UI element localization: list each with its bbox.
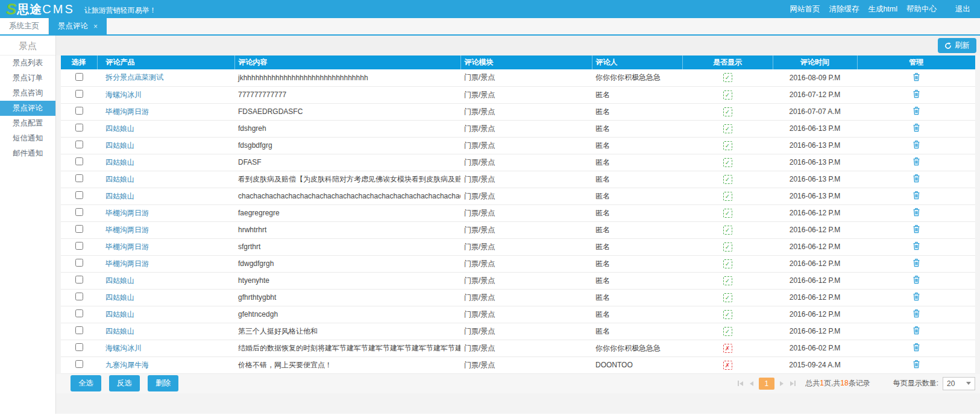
delete-icon[interactable] [912, 275, 920, 286]
tab-scenic-comments[interactable]: 景点评论 × [49, 18, 107, 34]
last-page-icon[interactable] [789, 379, 797, 387]
delete-icon[interactable] [912, 140, 920, 151]
delete-icon[interactable] [912, 89, 920, 100]
row-checkbox[interactable] [75, 90, 83, 98]
visibility-toggle-icon[interactable]: ✗ [723, 361, 732, 370]
visibility-toggle-icon[interactable]: ✓ [723, 107, 732, 116]
row-checkbox[interactable] [75, 174, 83, 182]
visibility-toggle-icon[interactable]: ✓ [723, 310, 732, 319]
delete-icon[interactable] [912, 360, 920, 370]
next-page-icon[interactable] [779, 380, 785, 387]
visibility-toggle-icon[interactable]: ✓ [723, 293, 732, 302]
row-checkbox[interactable] [75, 208, 83, 216]
row-checkbox[interactable] [75, 157, 83, 165]
select-all-button[interactable]: 全选 [71, 375, 101, 391]
delete-icon[interactable] [912, 174, 920, 185]
visibility-toggle-icon[interactable]: ✓ [723, 141, 732, 150]
product-cell: 毕棚沟两日游 [97, 238, 234, 255]
product-link[interactable]: 九寨沟犀牛海 [105, 361, 149, 369]
row-checkbox[interactable] [75, 343, 83, 351]
product-link[interactable]: 毕棚沟两日游 [105, 209, 149, 217]
product-link[interactable]: 海螺沟冰川 [105, 344, 142, 352]
product-link[interactable]: 毕棚沟两日游 [105, 242, 149, 251]
sidebar-item[interactable]: 景点评论 [0, 101, 55, 116]
row-checkbox[interactable] [75, 326, 83, 334]
row-checkbox[interactable] [75, 293, 83, 300]
row-checkbox[interactable] [75, 259, 83, 267]
product-link[interactable]: 四姑娘山 [105, 293, 134, 302]
row-checkbox[interactable] [75, 124, 83, 131]
invert-selection-button[interactable]: 反选 [109, 375, 140, 391]
delete-icon[interactable] [912, 72, 920, 83]
product-link[interactable]: 四姑娘山 [105, 310, 134, 318]
product-link[interactable]: 四姑娘山 [105, 158, 134, 166]
sidebar-item[interactable]: 景点列表 [0, 55, 55, 71]
row-checkbox[interactable] [75, 107, 83, 115]
top-nav-link[interactable]: 帮助中心 [906, 4, 937, 14]
product-link[interactable]: 四姑娘山 [105, 327, 134, 335]
product-link[interactable]: 四姑娘山 [105, 124, 134, 133]
product-link[interactable]: 四姑娘山 [105, 276, 134, 285]
delete-icon[interactable] [912, 224, 920, 235]
sidebar-item[interactable]: 景点咨询 [0, 86, 55, 101]
commenter-cell: 你你你你积极急急急 [592, 340, 682, 356]
first-page-icon[interactable] [737, 379, 744, 387]
row-checkbox[interactable] [75, 225, 83, 233]
row-checkbox[interactable] [75, 191, 83, 199]
visibility-toggle-icon[interactable]: ✗ [723, 344, 732, 353]
delete-button[interactable]: 删除 [148, 375, 178, 391]
delete-icon[interactable] [912, 157, 920, 168]
delete-icon[interactable] [912, 106, 920, 117]
delete-icon[interactable] [912, 123, 920, 134]
previous-page-icon[interactable] [749, 380, 755, 387]
product-link[interactable]: 四姑娘山 [105, 175, 134, 183]
top-nav-link[interactable]: 网站首页 [790, 4, 820, 14]
visibility-toggle-icon[interactable]: ✓ [723, 158, 732, 167]
visibility-toggle-icon[interactable]: ✓ [723, 175, 732, 184]
top-nav-link[interactable]: 退出 [955, 4, 970, 14]
visibility-toggle-icon[interactable]: ✓ [723, 276, 732, 285]
visibility-toggle-icon[interactable]: ✓ [723, 259, 732, 268]
visibility-toggle-icon[interactable]: ✓ [723, 327, 732, 336]
row-checkbox[interactable] [75, 276, 83, 284]
visibility-toggle-icon[interactable]: ✓ [723, 192, 732, 201]
delete-icon[interactable] [912, 326, 920, 337]
delete-icon[interactable] [912, 241, 920, 252]
top-nav-link[interactable]: 生成html [868, 4, 897, 14]
product-link[interactable]: 毕棚沟两日游 [105, 226, 149, 234]
visibility-toggle-icon[interactable]: ✓ [723, 90, 732, 100]
delete-icon[interactable] [912, 292, 920, 303]
visibility-toggle-icon[interactable]: ✓ [723, 73, 732, 82]
visibility-toggle-icon[interactable]: ✓ [723, 124, 732, 133]
sidebar-item[interactable]: 短信通知 [0, 131, 55, 146]
row-checkbox[interactable] [75, 242, 83, 250]
product-link[interactable]: 拆分景点蔬菜测试 [105, 73, 163, 81]
sidebar-item[interactable]: 邮件通知 [0, 146, 55, 161]
visibility-toggle-icon[interactable]: ✓ [723, 209, 732, 218]
tab-system-home[interactable]: 系统主页 [0, 18, 49, 34]
row-checkbox[interactable] [75, 141, 83, 148]
tab-close-icon[interactable]: × [93, 22, 98, 31]
row-checkbox[interactable] [75, 73, 83, 81]
delete-icon[interactable] [912, 258, 920, 269]
product-link[interactable]: 毕棚沟两日游 [105, 107, 149, 116]
product-link[interactable]: 四姑娘山 [105, 192, 134, 200]
delete-icon[interactable] [912, 343, 920, 353]
delete-icon[interactable] [912, 309, 920, 320]
row-checkbox[interactable] [75, 309, 83, 317]
refresh-button[interactable]: 刷新 [938, 38, 976, 53]
product-link[interactable]: 毕棚沟两日游 [105, 259, 149, 268]
visibility-toggle-icon[interactable]: ✓ [723, 242, 732, 252]
sidebar-item[interactable]: 景点订单 [0, 71, 55, 86]
table-row: 四姑娘山 chachachachachachachachachachachach… [61, 188, 975, 204]
row-checkbox[interactable] [75, 360, 83, 368]
product-link[interactable]: 海螺沟冰川 [105, 90, 142, 99]
page-size-select[interactable]: 20 [943, 377, 975, 390]
delete-icon[interactable] [912, 191, 920, 201]
visibility-toggle-icon[interactable]: ✓ [723, 226, 732, 235]
top-nav-link[interactable]: 清除缓存 [829, 4, 859, 14]
sidebar-item[interactable]: 景点配置 [0, 116, 55, 131]
delete-icon[interactable] [912, 208, 920, 218]
product-link[interactable]: 四姑娘山 [105, 141, 134, 150]
current-page-button[interactable]: 1 [759, 378, 775, 390]
